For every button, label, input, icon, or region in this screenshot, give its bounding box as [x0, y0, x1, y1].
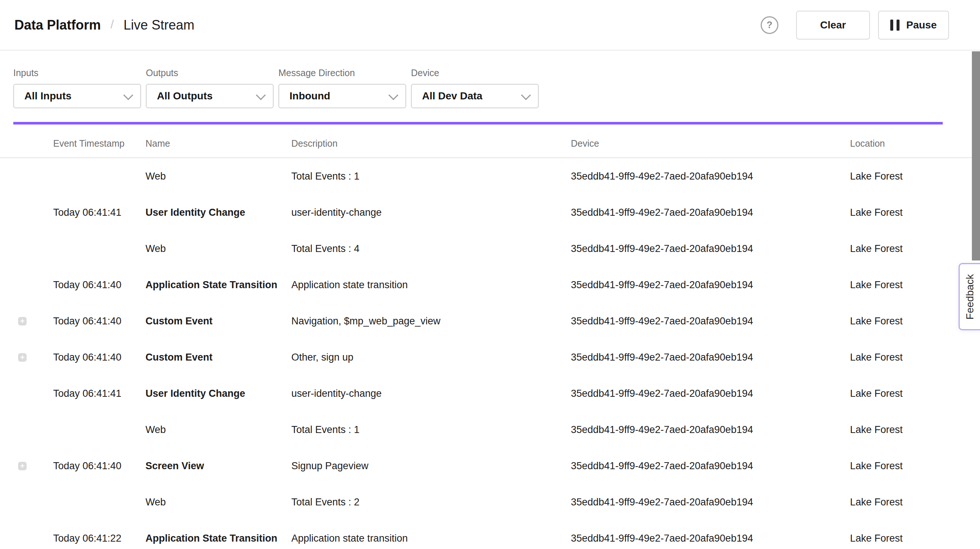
header-name: Name	[145, 138, 291, 149]
header-location: Location	[850, 138, 980, 149]
device-dropdown-value: All Dev Data	[422, 90, 482, 102]
event-timestamp: Today 06:41:40	[53, 352, 145, 363]
event-device: 35eddb41-9ff9-49e2-7aed-20afa90eb194	[571, 352, 850, 363]
inputs-dropdown[interactable]: All Inputs	[13, 84, 141, 108]
help-icon[interactable]: ?	[760, 16, 778, 34]
event-description: Total Events : 1	[291, 424, 571, 436]
table-row[interactable]: + Today 06:41:40 Application State Trans…	[0, 267, 980, 303]
event-name: Web	[145, 424, 291, 436]
expand-cell: +	[0, 462, 53, 470]
table-row[interactable]: + Today 06:41:22 Application State Trans…	[0, 520, 980, 549]
message-direction-dropdown[interactable]: Inbound	[278, 84, 406, 108]
table-row[interactable]: + Today 06:41:41 User Identity Change us…	[0, 194, 980, 231]
event-location: Lake Forest	[850, 207, 980, 219]
expand-cell: +	[0, 426, 53, 434]
accent-divider	[13, 122, 943, 124]
event-name: Web	[145, 243, 291, 255]
event-device: 35eddb41-9ff9-49e2-7aed-20afa90eb194	[571, 496, 850, 508]
event-name: User Identity Change	[145, 207, 291, 219]
event-name: Application State Transition	[145, 533, 291, 544]
table-row[interactable]: + Today 06:41:40 Custom Event Navigation…	[0, 303, 980, 339]
outputs-filter: Outputs All Outputs	[146, 68, 274, 108]
event-description: Signup Pageview	[291, 460, 571, 472]
event-description: Total Events : 4	[291, 243, 571, 255]
event-name: Custom Event	[145, 352, 291, 363]
event-device: 35eddb41-9ff9-49e2-7aed-20afa90eb194	[571, 533, 850, 544]
event-device: 35eddb41-9ff9-49e2-7aed-20afa90eb194	[571, 207, 850, 219]
event-location: Lake Forest	[850, 243, 980, 255]
message-direction-dropdown-value: Inbound	[290, 90, 330, 102]
expand-cell: +	[0, 244, 53, 253]
expand-cell: +	[0, 389, 53, 398]
top-bar-actions: ? Clear Pause	[760, 11, 949, 40]
table-row[interactable]: + Web Total Events : 1 35eddb41-9ff9-49e…	[0, 412, 980, 448]
feedback-tab[interactable]: Feedback	[959, 263, 980, 330]
expand-cell: +	[0, 208, 53, 217]
message-direction-filter: Message Direction Inbound	[278, 68, 406, 108]
plus-icon: +	[20, 462, 25, 469]
table-row[interactable]: + Today 06:41:41 User Identity Change us…	[0, 375, 980, 412]
expand-button[interactable]: +	[18, 353, 27, 362]
event-timestamp: Today 06:41:40	[53, 460, 145, 472]
event-description: Total Events : 1	[291, 171, 571, 182]
device-filter-label: Device	[411, 68, 539, 78]
filter-bar: Inputs All Inputs Outputs All Outputs Me…	[0, 51, 980, 108]
event-name: Web	[145, 171, 291, 182]
pause-button[interactable]: Pause	[878, 11, 949, 40]
inputs-filter-label: Inputs	[13, 68, 141, 78]
table-row[interactable]: + Today 06:41:40 Custom Event Other, sig…	[0, 339, 980, 375]
event-device: 35eddb41-9ff9-49e2-7aed-20afa90eb194	[571, 279, 850, 291]
event-device: 35eddb41-9ff9-49e2-7aed-20afa90eb194	[571, 243, 850, 255]
event-location: Lake Forest	[850, 496, 980, 508]
event-device: 35eddb41-9ff9-49e2-7aed-20afa90eb194	[571, 388, 850, 399]
header-description: Description	[291, 138, 571, 149]
event-name: User Identity Change	[145, 388, 291, 399]
vertical-scrollbar[interactable]	[972, 51, 980, 260]
event-description: Other, sign up	[291, 352, 571, 363]
device-filter: Device All Dev Data	[411, 68, 539, 108]
header-event-timestamp: Event Timestamp	[53, 138, 145, 149]
event-device: 35eddb41-9ff9-49e2-7aed-20afa90eb194	[571, 171, 850, 182]
message-direction-filter-label: Message Direction	[278, 68, 406, 78]
outputs-dropdown[interactable]: All Outputs	[146, 84, 274, 108]
breadcrumb-data-platform[interactable]: Data Platform	[14, 18, 101, 33]
expand-button[interactable]: +	[18, 462, 27, 470]
table-row[interactable]: + Today 06:41:40 Screen View Signup Page…	[0, 448, 980, 484]
event-description: Total Events : 2	[291, 496, 571, 508]
expand-button[interactable]: +	[18, 317, 27, 326]
event-description: user-identity-change	[291, 207, 571, 219]
table-row[interactable]: + Web Total Events : 4 35eddb41-9ff9-49e…	[0, 231, 980, 267]
event-timestamp: Today 06:41:41	[53, 388, 145, 399]
expand-cell: +	[0, 281, 53, 289]
event-timestamp: Today 06:41:41	[53, 207, 145, 219]
event-location: Lake Forest	[850, 533, 980, 544]
event-location: Lake Forest	[850, 388, 980, 399]
device-dropdown[interactable]: All Dev Data	[411, 84, 539, 108]
expand-cell: +	[0, 498, 53, 506]
expand-cell: +	[0, 317, 53, 326]
event-location: Lake Forest	[850, 424, 980, 436]
event-location: Lake Forest	[850, 352, 980, 363]
outputs-filter-label: Outputs	[146, 68, 274, 78]
expand-cell: +	[0, 353, 53, 362]
breadcrumb-live-stream: Live Stream	[124, 18, 195, 33]
event-description: user-identity-change	[291, 388, 571, 399]
event-name: Web	[145, 496, 291, 508]
table-row[interactable]: + Web Total Events : 1 35eddb41-9ff9-49e…	[0, 158, 980, 194]
event-device: 35eddb41-9ff9-49e2-7aed-20afa90eb194	[571, 424, 850, 436]
header-device: Device	[571, 138, 850, 149]
inputs-dropdown-value: All Inputs	[24, 90, 72, 102]
event-timestamp: Today 06:41:22	[53, 533, 145, 544]
pause-button-label: Pause	[906, 19, 937, 31]
breadcrumb: Data Platform / Live Stream	[14, 18, 195, 33]
event-location: Lake Forest	[850, 460, 980, 472]
clear-button[interactable]: Clear	[796, 11, 870, 40]
feedback-tab-label: Feedback	[964, 274, 976, 319]
outputs-dropdown-value: All Outputs	[157, 90, 213, 102]
table-row[interactable]: + Web Total Events : 2 35eddb41-9ff9-49e…	[0, 484, 980, 520]
live-stream-table: Event Timestamp Name Description Device …	[0, 124, 980, 549]
chevron-down-icon	[388, 90, 398, 100]
event-location: Lake Forest	[850, 171, 980, 182]
plus-icon: +	[20, 318, 25, 325]
event-name: Application State Transition	[145, 279, 291, 291]
